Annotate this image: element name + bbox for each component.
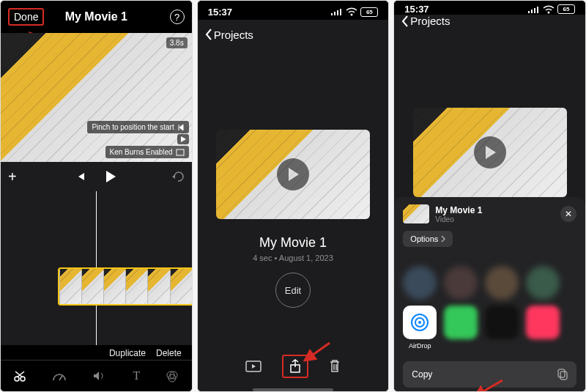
project-thumbnail[interactable] bbox=[413, 108, 567, 197]
contact-3[interactable] bbox=[485, 266, 519, 300]
undo-icon[interactable] bbox=[171, 171, 185, 182]
screen-project: 15:37 65 Projects My Movie 1 4 sec • Aug… bbox=[197, 0, 390, 392]
help-icon[interactable]: ? bbox=[170, 10, 185, 24]
svg-rect-24 bbox=[558, 369, 565, 377]
text-icon[interactable]: T bbox=[133, 369, 140, 382]
edit-button[interactable]: Edit bbox=[275, 273, 311, 308]
play-icon[interactable] bbox=[277, 158, 309, 191]
svg-line-4 bbox=[59, 376, 62, 380]
project-nav: Projects bbox=[198, 20, 389, 49]
airdrop-app[interactable]: AirDrop bbox=[403, 306, 437, 350]
copy-icon bbox=[556, 369, 568, 380]
share-sheet: My Movie 1 Video ✕ Options bbox=[394, 197, 585, 392]
svg-rect-8 bbox=[331, 13, 333, 15]
app-3[interactable] bbox=[485, 306, 519, 339]
battery-icon: 65 bbox=[557, 4, 575, 14]
close-icon[interactable]: ✕ bbox=[560, 206, 576, 222]
screen-editor: Done My Movie 1 ? 3.8s Pinch to position… bbox=[0, 0, 193, 392]
svg-point-12 bbox=[351, 14, 353, 16]
scissors-icon[interactable] bbox=[13, 369, 26, 382]
svg-point-23 bbox=[418, 321, 421, 324]
project-name: My Movie 1 bbox=[259, 235, 327, 251]
signal-icon bbox=[528, 6, 540, 13]
video-preview[interactable]: 3.8s Pinch to position the start Ken Bur… bbox=[1, 33, 192, 162]
status-time: 15:37 bbox=[404, 4, 429, 15]
svg-rect-19 bbox=[537, 7, 538, 13]
duration-badge: 3.8s bbox=[166, 37, 188, 48]
delete-button[interactable]: Delete bbox=[156, 348, 182, 358]
status-bar: 15:37 65 bbox=[198, 1, 389, 20]
share-title: My Movie 1 bbox=[435, 205, 482, 215]
project-nav: Projects bbox=[394, 15, 585, 27]
project-meta: 4 sec • August 1, 2023 bbox=[253, 254, 333, 262]
options-button[interactable]: Options bbox=[403, 231, 453, 247]
skip-start-icon bbox=[177, 124, 185, 131]
editor-nav: Done My Movie 1 ? bbox=[1, 1, 192, 33]
airdrop-label: AirDrop bbox=[409, 342, 431, 350]
svg-line-15 bbox=[305, 343, 330, 360]
timeline[interactable] bbox=[1, 191, 192, 345]
back-button[interactable]: Projects bbox=[401, 15, 450, 27]
status-time: 15:37 bbox=[208, 7, 232, 18]
status-bar: 15:37 65 bbox=[394, 1, 585, 15]
contact-1[interactable] bbox=[403, 266, 437, 300]
svg-point-20 bbox=[548, 11, 550, 13]
contacts-row bbox=[403, 266, 576, 300]
wifi-icon bbox=[346, 7, 357, 16]
project-thumbnail[interactable] bbox=[216, 130, 370, 219]
skip-back-icon[interactable] bbox=[75, 171, 86, 182]
svg-rect-9 bbox=[334, 12, 335, 15]
contact-2[interactable] bbox=[444, 266, 478, 300]
play-mini-icon[interactable] bbox=[177, 134, 189, 144]
svg-rect-11 bbox=[340, 9, 341, 15]
svg-rect-25 bbox=[560, 371, 567, 380]
clip-actions: Duplicate Delete bbox=[1, 345, 192, 360]
svg-rect-10 bbox=[337, 10, 338, 15]
svg-rect-1 bbox=[177, 149, 184, 155]
editor-toolbar: T bbox=[1, 360, 192, 391]
play-icon[interactable] bbox=[474, 136, 506, 169]
done-button[interactable]: Done bbox=[8, 8, 44, 26]
svg-rect-18 bbox=[534, 8, 535, 13]
back-button[interactable]: Projects bbox=[205, 29, 253, 41]
apps-row: AirDrop bbox=[403, 306, 576, 350]
add-media-button[interactable]: + bbox=[8, 169, 17, 185]
airdrop-icon bbox=[403, 306, 437, 339]
transport-bar: + bbox=[1, 162, 192, 191]
home-indicator[interactable] bbox=[253, 388, 333, 391]
kenburns-tip: Ken Burns Enabled bbox=[105, 146, 189, 158]
share-subtitle: Video bbox=[435, 215, 482, 223]
crop-icon bbox=[176, 149, 185, 156]
playhead[interactable] bbox=[96, 191, 97, 345]
signal-icon bbox=[331, 8, 343, 15]
duplicate-button[interactable]: Duplicate bbox=[109, 348, 146, 358]
svg-rect-17 bbox=[531, 10, 533, 13]
pinch-tip: Pinch to position the start bbox=[87, 121, 188, 133]
speed-icon[interactable] bbox=[52, 370, 67, 382]
svg-point-7 bbox=[168, 374, 176, 382]
app-2[interactable] bbox=[444, 306, 478, 339]
app-4[interactable] bbox=[526, 306, 560, 339]
contact-4[interactable] bbox=[526, 266, 560, 300]
svg-line-27 bbox=[475, 380, 502, 392]
bottom-toolbar bbox=[198, 347, 389, 385]
battery-icon: 65 bbox=[360, 7, 378, 17]
play-rect-icon[interactable] bbox=[245, 360, 262, 372]
screen-share: 15:37 65 Projects My Movie 1 Video bbox=[393, 0, 586, 392]
volume-icon[interactable] bbox=[92, 370, 107, 382]
svg-rect-16 bbox=[528, 11, 530, 13]
project-body: My Movie 1 4 sec • August 1, 2023 Edit bbox=[198, 49, 389, 391]
share-header: My Movie 1 Video ✕ bbox=[403, 204, 576, 223]
wifi-icon bbox=[543, 5, 555, 14]
play-button[interactable] bbox=[105, 170, 116, 183]
clip[interactable] bbox=[59, 269, 192, 304]
filters-icon[interactable] bbox=[166, 369, 179, 382]
share-thumbnail bbox=[403, 204, 429, 223]
